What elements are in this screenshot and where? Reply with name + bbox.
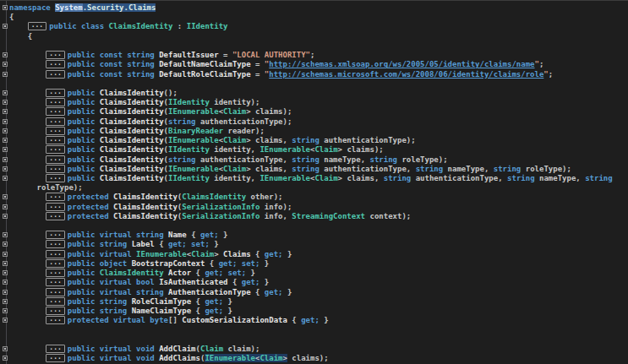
code-text: context); (365, 212, 411, 220)
collapsed-region-box[interactable]: ... (46, 98, 64, 106)
outline-fold-marker[interactable] (3, 72, 8, 77)
code-line: { (0, 32, 628, 41)
collapsed-region-box[interactable]: ... (46, 297, 64, 306)
code-text: = (251, 70, 265, 79)
collapsed-region-box[interactable]: ... (46, 51, 64, 59)
code-content: ...public ClaimsIdentity(IIdentity ident… (9, 145, 628, 155)
code-text: nameType, (443, 165, 494, 173)
collapsed-region-box[interactable]: ... (46, 250, 64, 258)
collapsed-region-box[interactable]: ... (46, 89, 64, 97)
collapsed-region-box[interactable]: ... (46, 316, 64, 324)
code-content: ...public object BootstrapContext { get;… (9, 259, 628, 269)
identifier-token: Actor (168, 269, 191, 277)
collapsed-region-box[interactable]: ... (46, 70, 64, 79)
code-text: ; (539, 60, 543, 68)
code-line: ...public ClaimsIdentity(IEnumerable<Cla… (0, 165, 628, 174)
gutter (0, 335, 9, 345)
outline-fold-marker[interactable] (3, 356, 8, 361)
collapsed-region-box[interactable]: ... (46, 307, 64, 315)
code-content: ...public ClaimsIdentity(); (9, 89, 628, 98)
code-text: { (205, 259, 218, 268)
keyword-token: string (369, 155, 397, 164)
collapsed-region-box[interactable]: ... (46, 269, 64, 277)
collapsed-region-box[interactable]: ... (46, 240, 64, 248)
type-token: Claim (314, 145, 337, 154)
identifier-token: ClaimsIdentity (113, 212, 177, 220)
outline-fold-marker[interactable] (3, 5, 8, 10)
outline-fold-marker[interactable] (3, 242, 8, 247)
keyword-token: public (68, 155, 100, 164)
outline-fold-marker[interactable] (3, 204, 8, 209)
outline-fold-marker[interactable] (3, 290, 8, 295)
code-line (0, 221, 628, 231)
outline-fold-marker[interactable] (3, 147, 8, 152)
outline-fold-marker[interactable] (3, 176, 8, 181)
code-text: { (191, 307, 205, 315)
collapsed-region-box[interactable]: ... (46, 165, 64, 173)
outline-fold-marker[interactable] (3, 128, 8, 133)
outline-fold-marker[interactable] (3, 214, 8, 219)
collapsed-region-box[interactable]: ... (46, 155, 64, 164)
code-text: = (219, 51, 232, 59)
editor-surface[interactable]: namespace System.Security.Claims{ ...pub… (0, 3, 628, 363)
code-text: { (9, 13, 14, 21)
keyword-token: public (68, 89, 100, 97)
code-text: identity); (210, 98, 260, 106)
outline-fold-marker[interactable] (3, 109, 8, 114)
outline-fold-marker[interactable] (3, 318, 8, 323)
code-text: } (259, 278, 269, 286)
outline-fold-marker[interactable] (3, 194, 8, 199)
keyword-token: get; (205, 297, 223, 306)
outline-fold-marker[interactable] (3, 52, 8, 57)
gutter (0, 325, 9, 334)
code-content: ...public virtual void AddClaim(Claim cl… (9, 345, 628, 354)
outline-fold-marker[interactable] (3, 299, 8, 304)
outline-fold-marker[interactable] (3, 100, 8, 105)
collapsed-region-box[interactable]: ... (46, 288, 64, 296)
code-text (9, 22, 28, 30)
outline-fold-marker[interactable] (3, 24, 8, 29)
collapsed-region-box[interactable]: ... (46, 107, 64, 116)
collapsed-region-box[interactable]: ... (46, 259, 64, 268)
outline-fold-marker[interactable] (3, 280, 8, 285)
outline-fold-marker[interactable] (3, 252, 8, 257)
collapsed-region-box[interactable]: ... (46, 354, 64, 362)
outline-fold-marker[interactable] (3, 62, 8, 67)
collapsed-region-box[interactable]: ... (46, 117, 64, 126)
outline-fold-marker[interactable] (3, 261, 8, 266)
collapsed-region-box[interactable]: ... (46, 278, 64, 286)
code-content: ...public virtual IEnumerable<Claim> Cla… (9, 250, 628, 259)
collapsed-region-box[interactable]: ... (46, 193, 64, 201)
collapsed-region-box[interactable]: ... (46, 174, 64, 182)
outline-fold-marker[interactable] (3, 119, 8, 124)
code-text (9, 51, 46, 59)
identifier-token: BootstrapContext (132, 259, 205, 268)
code-text: [] (168, 316, 182, 324)
outline-fold-marker[interactable] (3, 138, 8, 143)
outline-fold-marker[interactable] (3, 157, 8, 162)
collapsed-region-box[interactable]: ... (46, 203, 64, 211)
code-text (9, 240, 46, 248)
outline-fold-marker[interactable] (3, 308, 8, 313)
url-link[interactable]: http://schemas.xmlsoap.org/ws/2005/05/id… (269, 60, 534, 68)
code-text: authenticationType, (319, 165, 416, 173)
collapsed-region-box[interactable]: ... (28, 22, 46, 30)
outline-fold-marker[interactable] (3, 270, 8, 275)
keyword-token: protected (68, 203, 113, 211)
outline-fold-marker[interactable] (3, 166, 8, 171)
collapsed-region-box[interactable]: ... (46, 231, 64, 239)
keyword-token: public const string (68, 70, 159, 79)
collapsed-region-box[interactable]: ... (46, 60, 64, 68)
collapsed-region-box[interactable]: ... (46, 145, 64, 154)
collapsed-region-box[interactable]: ... (46, 345, 64, 353)
outline-fold-marker[interactable] (3, 232, 8, 237)
type-token: Claim (200, 345, 223, 353)
type-token: Claim (223, 107, 246, 116)
collapsed-region-box[interactable]: ... (46, 136, 64, 144)
outline-fold-marker[interactable] (3, 90, 8, 95)
url-link[interactable]: http://schemas.microsoft.com/ws/2008/06/… (269, 70, 543, 79)
collapsed-region-box[interactable]: ... (46, 127, 64, 135)
keyword-token: get; (301, 316, 319, 324)
collapsed-region-box[interactable]: ... (46, 212, 64, 220)
outline-fold-marker[interactable] (3, 346, 8, 351)
